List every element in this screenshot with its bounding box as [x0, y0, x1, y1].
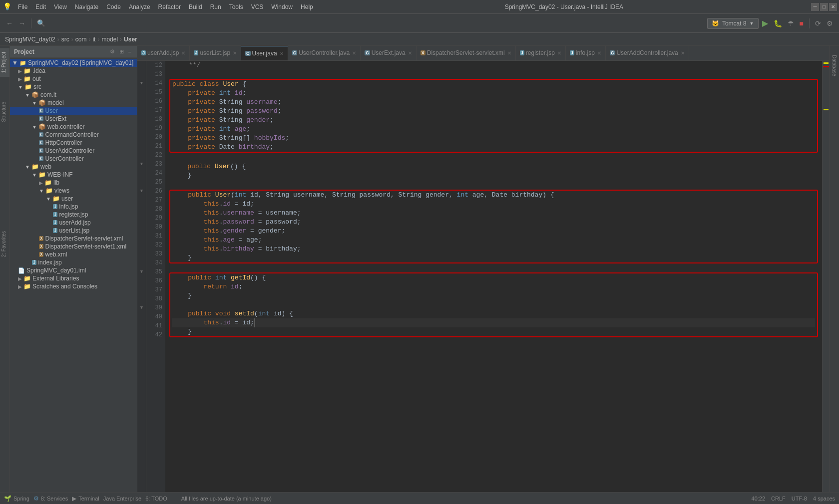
fold-39[interactable]: ▼: [140, 305, 143, 310]
panel-gear-button[interactable]: ⚙: [108, 48, 116, 55]
spring-label[interactable]: Spring: [13, 496, 29, 502]
tab-usercontroller[interactable]: C UserController.java ✕: [288, 46, 361, 60]
fold-23[interactable]: ▼: [140, 162, 143, 167]
tree-item-views[interactable]: ▼ 📁 views: [10, 187, 137, 195]
menu-navigate[interactable]: Navigate: [71, 2, 102, 11]
tree-item-register-jsp[interactable]: J register.jsp: [10, 211, 137, 219]
tree-item-idea[interactable]: ▶ 📁 .idea: [10, 67, 137, 75]
tree-item-dispatcher-servlet[interactable]: X DispatcherServlet-servlet.xml: [10, 235, 137, 243]
minimize-button[interactable]: ─: [811, 3, 819, 11]
tree-item-userext[interactable]: C UserExt: [10, 115, 137, 123]
tree-item-useradd-controller[interactable]: C UserAddController: [10, 147, 137, 155]
tab-useradd-jsp[interactable]: J userAdd.jsp ✕: [137, 46, 190, 60]
right-scrollbar[interactable]: [822, 61, 829, 492]
menu-tools[interactable]: Tools: [225, 2, 247, 11]
cursor-position[interactable]: 40:22: [752, 496, 766, 502]
tab-close-userctrl[interactable]: ✕: [352, 50, 356, 56]
menu-view[interactable]: View: [50, 2, 71, 11]
tab-close-userlist[interactable]: ✕: [233, 50, 237, 56]
tab-userext[interactable]: C UserExt.java ✕: [361, 46, 417, 60]
todo-label[interactable]: 6: TODO: [145, 496, 167, 502]
tree-root[interactable]: ▼ 📁 SpringMVC_day02 [SpringMVC_day01]: [10, 59, 137, 67]
debug-button[interactable]: 🐛: [772, 18, 784, 28]
tree-item-webxml[interactable]: X web.xml: [10, 251, 137, 258]
stop-button[interactable]: ■: [798, 18, 806, 28]
panel-expand-button[interactable]: ⊞: [118, 48, 125, 55]
tab-dispatcher-xml[interactable]: X DispatcherServlet-servlet.xml ✕: [417, 46, 516, 60]
settings-button[interactable]: ⚙: [825, 18, 835, 28]
tree-item-webinf[interactable]: ▼ 📁 WEB-INF: [10, 171, 137, 179]
tree-item-user-class[interactable]: C User: [10, 107, 137, 115]
tree-item-iml[interactable]: 📄 SpringMVC_day01.iml: [10, 266, 137, 274]
breadcrumb-src[interactable]: src: [61, 36, 69, 43]
fold-14[interactable]: ▼: [140, 81, 143, 86]
fold-26[interactable]: ▼: [140, 189, 143, 194]
line-ending[interactable]: CRLF: [771, 496, 786, 502]
menu-code[interactable]: Code: [102, 2, 125, 11]
breadcrumb-model[interactable]: model: [101, 36, 118, 43]
terminal-label[interactable]: Terminal: [78, 496, 99, 502]
tab-useradd-ctrl[interactable]: C UserAddController.java ✕: [606, 46, 689, 60]
tab-close-register[interactable]: ✕: [557, 50, 561, 56]
database-tab[interactable]: Database: [831, 51, 838, 80]
tree-item-info-jsp[interactable]: J info.jsp: [10, 203, 137, 211]
tree-item-user-folder[interactable]: ▼ 📁 user: [10, 195, 137, 203]
java-enterprise-label[interactable]: Java Enterprise: [103, 496, 141, 502]
sidebar-tab-project[interactable]: 1: Project: [0, 48, 9, 77]
breadcrumb-com[interactable]: com: [75, 36, 87, 43]
tree-item-model[interactable]: ▼ 📦 model: [10, 99, 137, 107]
tree-item-out[interactable]: ▶ 📁 out: [10, 75, 137, 83]
run-button[interactable]: ▶: [760, 17, 770, 29]
breadcrumb-it[interactable]: it: [92, 36, 95, 43]
menu-run[interactable]: Run: [206, 2, 225, 11]
tree-item-user-controller[interactable]: C UserController: [10, 155, 137, 163]
tree-item-useradd-jsp[interactable]: J userAdd.jsp: [10, 219, 137, 227]
run-configuration[interactable]: 🐱 Tomcat 8 ▼: [707, 18, 759, 29]
tab-userlist-jsp[interactable]: J userList.jsp ✕: [190, 46, 241, 60]
tab-close-info[interactable]: ✕: [597, 50, 601, 56]
toolbar-forward-button[interactable]: →: [16, 18, 27, 28]
menu-window[interactable]: Window: [267, 2, 297, 11]
toolbar-search-button[interactable]: 🔍: [35, 18, 47, 28]
tab-close-user-java[interactable]: ✕: [280, 51, 284, 56]
menu-build[interactable]: Build: [185, 2, 206, 11]
tab-close-dispatcher[interactable]: ✕: [507, 50, 511, 56]
services-label[interactable]: 8: Services: [41, 496, 68, 502]
menu-help[interactable]: Help: [297, 2, 317, 11]
fold-35[interactable]: ▼: [140, 269, 143, 274]
toolbar-back-button[interactable]: ←: [4, 18, 15, 28]
tree-item-web[interactable]: ▼ 📁 web: [10, 163, 137, 171]
tree-item-http-controller[interactable]: C HttpController: [10, 139, 137, 147]
encoding[interactable]: UTF-8: [792, 496, 807, 502]
tree-item-src[interactable]: ▼ 📁 src: [10, 83, 137, 91]
menu-vcs[interactable]: VCS: [247, 2, 268, 11]
maximize-button[interactable]: □: [820, 3, 828, 11]
run-with-coverage-button[interactable]: ☂: [786, 18, 796, 28]
tree-item-userlist-jsp[interactable]: J userList.jsp: [10, 227, 137, 235]
tree-item-web-controller[interactable]: ▼ 📦 web.controller: [10, 123, 137, 131]
menu-refactor[interactable]: Refactor: [154, 2, 185, 11]
tree-item-indexjsp[interactable]: J index.jsp: [10, 258, 137, 266]
menu-edit[interactable]: Edit: [31, 2, 50, 11]
tab-close-useradd[interactable]: ✕: [181, 50, 185, 56]
breadcrumb-project[interactable]: SpringMVC_day02: [5, 36, 55, 43]
tab-register[interactable]: J register.jsp ✕: [516, 46, 566, 60]
menu-analyze[interactable]: Analyze: [125, 2, 154, 11]
code-content[interactable]: **/ public class User { private int id;: [165, 61, 822, 492]
tab-close-useradd-ctrl[interactable]: ✕: [681, 50, 685, 56]
tab-close-userext[interactable]: ✕: [408, 50, 412, 56]
tree-item-comit[interactable]: ▼ 📦 com.it: [10, 91, 137, 99]
breadcrumb-user[interactable]: User: [124, 36, 137, 43]
panel-collapse-button[interactable]: −: [127, 48, 133, 55]
sidebar-tab-structure[interactable]: Structure: [0, 98, 9, 126]
tree-item-external-libs[interactable]: ▶ 📁 External Libraries: [10, 274, 137, 282]
indent[interactable]: 4 spaces: [813, 496, 835, 502]
tree-item-lib[interactable]: ▶ 📁 lib: [10, 179, 137, 187]
close-button[interactable]: ✕: [829, 3, 837, 11]
tree-item-command-controller[interactable]: C CommandController: [10, 131, 137, 139]
tree-item-scratches[interactable]: ▶ 📁 Scratches and Consoles: [10, 282, 137, 290]
menu-file[interactable]: File: [14, 2, 31, 11]
tab-info[interactable]: J info.jsp ✕: [566, 46, 606, 60]
tree-item-dispatcher1[interactable]: X DispatcherServlet-servlet1.xml: [10, 243, 137, 251]
sidebar-tab-favorites[interactable]: 2: Favorites: [0, 227, 9, 261]
